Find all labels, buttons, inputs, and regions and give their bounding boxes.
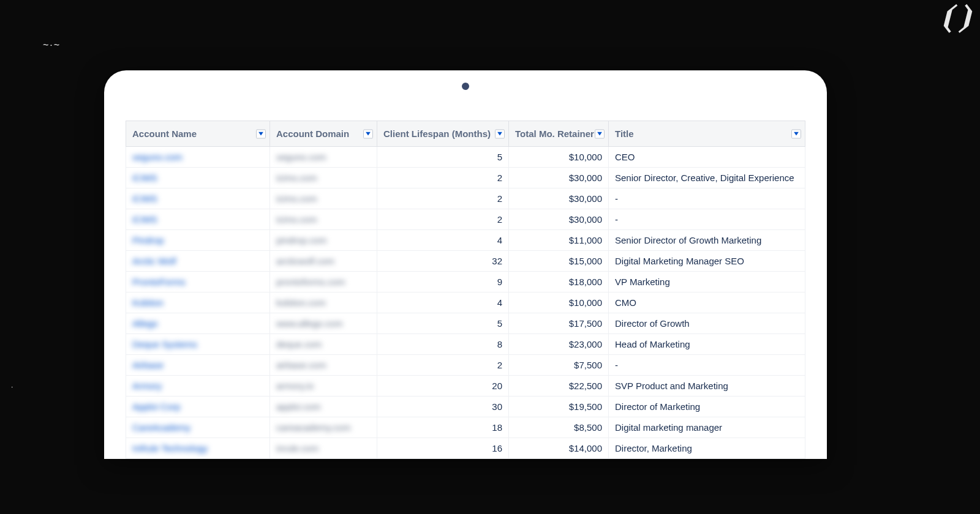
cell-retainer: $30,000	[509, 209, 609, 230]
table-viewport: Account Name Account Domain Client Lifes…	[104, 121, 827, 459]
cell-retainer: $30,000	[509, 188, 609, 209]
cell-lifespan: 2	[377, 209, 509, 230]
column-header-account-domain[interactable]: Account Domain	[270, 121, 377, 147]
cell-account-domain: armory.io	[270, 376, 377, 397]
cell-account-domain: apploi.com	[270, 397, 377, 417]
cell-retainer: $7,500	[509, 355, 609, 376]
cell-account-name[interactable]: Airbase	[126, 355, 270, 376]
cell-account-name[interactable]: Apploi Corp	[126, 397, 270, 417]
cell-lifespan: 4	[377, 230, 509, 251]
table-row[interactable]: Airbaseairbase.com2$7,500-	[126, 355, 805, 376]
filter-dropdown-icon[interactable]	[595, 129, 605, 138]
cell-lifespan: 5	[377, 313, 509, 334]
cell-lifespan: 20	[377, 376, 509, 397]
table-row[interactable]: ProntoFormsprontoforms.com9$18,000VP Mar…	[126, 272, 805, 292]
cell-title: CEO	[609, 147, 805, 168]
cell-lifespan: 16	[377, 438, 509, 459]
cell-account-name[interactable]: seguno.com	[126, 147, 270, 168]
column-header-retainer[interactable]: Total Mo. Retainer	[509, 121, 609, 147]
cell-account-domain: icims.com	[270, 188, 377, 209]
cell-lifespan: 32	[377, 251, 509, 272]
column-label: Title	[615, 128, 634, 139]
table-row[interactable]: InRule Technologyinrule.com16$14,000Dire…	[126, 438, 805, 459]
table-body: seguno.comseguno.com5$10,000CEOiCIMSicim…	[126, 147, 805, 459]
cell-account-domain: arcticwolf.com	[270, 251, 377, 272]
column-label: Client Lifespan (Months)	[383, 128, 491, 139]
cell-title: VP Marketing	[609, 272, 805, 292]
column-label: Account Name	[132, 128, 197, 139]
cell-retainer: $30,000	[509, 168, 609, 188]
cell-account-name[interactable]: Deque Systems	[126, 334, 270, 355]
cell-retainer: $17,500	[509, 313, 609, 334]
filter-dropdown-icon[interactable]	[256, 129, 266, 138]
cell-title: CMO	[609, 292, 805, 313]
table-header-row: Account Name Account Domain Client Lifes…	[126, 121, 805, 147]
cell-lifespan: 30	[377, 397, 509, 417]
cell-account-domain: icims.com	[270, 209, 377, 230]
cell-account-name[interactable]: Kobiton	[126, 292, 270, 313]
decorative-scribble: ~·~	[43, 40, 61, 51]
table-row[interactable]: iCIMSicims.com2$30,000-	[126, 209, 805, 230]
cell-title: Director, Marketing	[609, 438, 805, 459]
table-row[interactable]: Allegowww.allego.com5$17,500Director of …	[126, 313, 805, 334]
table-row[interactable]: seguno.comseguno.com5$10,000CEO	[126, 147, 805, 168]
cell-account-name[interactable]: Allego	[126, 313, 270, 334]
table-row[interactable]: Deque Systemsdeque.com8$23,000Head of Ma…	[126, 334, 805, 355]
cell-title: -	[609, 355, 805, 376]
filter-dropdown-icon[interactable]	[791, 129, 801, 138]
cell-lifespan: 2	[377, 355, 509, 376]
cell-retainer: $14,000	[509, 438, 609, 459]
cell-lifespan: 4	[377, 292, 509, 313]
column-header-account-name[interactable]: Account Name	[126, 121, 270, 147]
cell-account-domain: pindrop.com	[270, 230, 377, 251]
cell-account-name[interactable]: Pindrop	[126, 230, 270, 251]
table-row[interactable]: Arctic Wolfarcticwolf.com32$15,000Digita…	[126, 251, 805, 272]
filter-dropdown-icon[interactable]	[495, 129, 505, 138]
column-label: Total Mo. Retainer	[515, 128, 594, 139]
cell-account-name[interactable]: iCIMS	[126, 168, 270, 188]
cell-account-domain: careacademy.com	[270, 417, 377, 438]
table-row[interactable]: Kobitonkobiton.com4$10,000CMO	[126, 292, 805, 313]
cell-account-domain: icims.com	[270, 168, 377, 188]
cell-account-name[interactable]: iCIMS	[126, 188, 270, 209]
cell-title: Director of Marketing	[609, 397, 805, 417]
cell-title: Senior Director of Growth Marketing	[609, 230, 805, 251]
cell-account-name[interactable]: Arctic Wolf	[126, 251, 270, 272]
accounts-table: Account Name Account Domain Client Lifes…	[126, 121, 805, 459]
table-row[interactable]: iCIMSicims.com2$30,000-	[126, 188, 805, 209]
table-row[interactable]: iCIMSicims.com2$30,000Senior Director, C…	[126, 168, 805, 188]
column-header-lifespan[interactable]: Client Lifespan (Months)	[377, 121, 509, 147]
cell-account-name[interactable]: iCIMS	[126, 209, 270, 230]
table-row[interactable]: Pindroppindrop.com4$11,000Senior Directo…	[126, 230, 805, 251]
filter-dropdown-icon[interactable]	[363, 129, 373, 138]
decorative-scribble: ·	[11, 382, 13, 391]
cell-retainer: $10,000	[509, 292, 609, 313]
table-row[interactable]: Armoryarmory.io20$22,500SVP Product and …	[126, 376, 805, 397]
cell-account-name[interactable]: ProntoForms	[126, 272, 270, 292]
cell-account-domain: kobiton.com	[270, 292, 377, 313]
table-row[interactable]: CareAcademycareacademy.com18$8,500Digita…	[126, 417, 805, 438]
cell-title: -	[609, 188, 805, 209]
cell-lifespan: 18	[377, 417, 509, 438]
cell-lifespan: 5	[377, 147, 509, 168]
tablet-frame: Account Name Account Domain Client Lifes…	[104, 70, 827, 459]
cell-account-domain: prontoforms.com	[270, 272, 377, 292]
cell-retainer: $19,500	[509, 397, 609, 417]
cell-account-domain: www.allego.com	[270, 313, 377, 334]
table-row[interactable]: Apploi Corpapploi.com30$19,500Director o…	[126, 397, 805, 417]
cell-account-domain: airbase.com	[270, 355, 377, 376]
cell-title: Director of Growth	[609, 313, 805, 334]
column-header-title[interactable]: Title	[609, 121, 805, 147]
cell-account-name[interactable]: CareAcademy	[126, 417, 270, 438]
cell-lifespan: 8	[377, 334, 509, 355]
cell-account-domain: deque.com	[270, 334, 377, 355]
decorative-scribble: ⦗⦘	[937, 0, 974, 35]
cell-account-name[interactable]: Armory	[126, 376, 270, 397]
cell-retainer: $8,500	[509, 417, 609, 438]
cell-account-domain: inrule.com	[270, 438, 377, 459]
cell-account-name[interactable]: InRule Technology	[126, 438, 270, 459]
cell-title: Digital Marketing Manager SEO	[609, 251, 805, 272]
cell-lifespan: 2	[377, 168, 509, 188]
cell-retainer: $23,000	[509, 334, 609, 355]
cell-retainer: $10,000	[509, 147, 609, 168]
